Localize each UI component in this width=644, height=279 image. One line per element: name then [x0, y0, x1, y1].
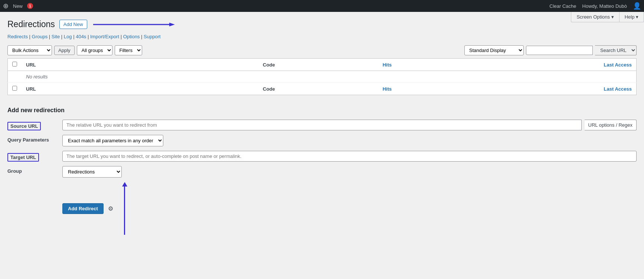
toolbar-row: Bulk Actions Apply All groups Filters St…	[7, 45, 637, 55]
group-select[interactable]: Redirections	[62, 166, 122, 178]
toolbar-left: Bulk Actions Apply All groups Filters	[7, 45, 142, 55]
no-results-cell: No results	[22, 71, 637, 83]
nav-groups[interactable]: Groups	[32, 34, 48, 39]
col-access-link[interactable]: Last Access	[604, 62, 632, 68]
display-select[interactable]: Standard Display	[464, 45, 524, 55]
col-code-footer[interactable]: Code	[144, 83, 279, 95]
add-redirect-title: Add new redirection	[7, 107, 637, 114]
svg-marker-1	[169, 23, 175, 26]
add-redirect-arrow	[122, 182, 127, 235]
source-url-input[interactable]	[62, 120, 582, 130]
nav-options[interactable]: Options	[123, 34, 140, 39]
add-redirect-section: Add new redirection Source URL URL optio…	[7, 107, 637, 235]
col-hits-header[interactable]: Hits	[279, 59, 396, 71]
group-label: Group	[7, 166, 59, 174]
toolbar-right: Standard Display Search URL	[464, 45, 637, 55]
col-access-link-footer[interactable]: Last Access	[604, 86, 632, 92]
add-new-button[interactable]: Add New	[59, 20, 87, 29]
wp-logo-icon: ⊕	[3, 2, 9, 10]
nav-import-export[interactable]: Import/Export	[90, 34, 119, 39]
col-url-header[interactable]: URL	[22, 59, 144, 71]
search-url-input[interactable]	[526, 46, 593, 55]
col-hits-link[interactable]: Hits	[383, 62, 392, 68]
target-url-row: Target URL	[7, 151, 637, 162]
apply-button[interactable]: Apply	[54, 46, 75, 55]
col-access-footer[interactable]: Last Access	[396, 83, 636, 95]
query-params-label: Query Parameters	[7, 135, 59, 143]
col-check-header	[8, 59, 22, 71]
add-redirect-button[interactable]: Add Redirect	[62, 203, 104, 214]
no-results-row: No results	[8, 71, 637, 83]
screen-options-button[interactable]: Screen Options ▾	[571, 12, 619, 22]
notification-badge[interactable]: 1	[27, 3, 33, 9]
col-code-header[interactable]: Code	[144, 59, 279, 71]
redirections-table: URL Code Hits Last Access No results	[7, 58, 637, 95]
table-header-row: URL Code Hits Last Access	[8, 59, 637, 71]
page-title: Redirections	[7, 19, 55, 29]
nav-links: Redirects | Groups | Site | Log | 404s |…	[7, 34, 637, 39]
source-url-label: Source URL	[7, 122, 41, 130]
gear-icon[interactable]: ⚙	[108, 205, 113, 212]
screen-options-area: Screen Options ▾ Help ▾	[571, 12, 644, 22]
page-header: Redirections Add New	[7, 19, 637, 29]
query-params-select[interactable]: Exact match all parameters in any order	[62, 135, 163, 146]
target-url-label: Target URL	[7, 153, 39, 162]
nav-log[interactable]: Log	[64, 34, 72, 39]
target-url-label-container: Target URL	[7, 151, 59, 162]
source-url-row: Source URL URL options / Regex	[7, 120, 637, 130]
query-params-row: Query Parameters Exact match all paramet…	[7, 135, 637, 146]
admin-new-link[interactable]: New	[13, 3, 23, 9]
source-url-label-container: Source URL	[7, 120, 59, 130]
filters-select[interactable]: Filters	[115, 45, 142, 55]
nav-site[interactable]: Site	[52, 34, 60, 39]
main-content: Redirections Add New Redirects | Groups …	[0, 12, 644, 279]
col-hits-footer[interactable]: Hits	[279, 83, 396, 95]
col-access-header[interactable]: Last Access	[396, 59, 636, 71]
nav-404s[interactable]: 404s	[76, 34, 86, 39]
arrow-up-head	[122, 182, 127, 186]
target-url-input[interactable]	[62, 151, 637, 162]
right-arrow-svg	[93, 22, 175, 27]
select-all-checkbox[interactable]	[12, 62, 17, 66]
nav-redirects[interactable]: Redirects	[7, 34, 28, 39]
col-url-footer[interactable]: URL	[22, 83, 144, 95]
arrow-up-line	[124, 186, 125, 235]
bulk-actions-select[interactable]: Bulk Actions	[7, 45, 52, 55]
nav-support[interactable]: Support	[144, 34, 161, 39]
add-new-arrow-annotation	[93, 22, 175, 27]
admin-bar: ⊕ New 1 Clear Cache Howdy, Matteo Dubò 👤	[0, 0, 644, 12]
user-avatar[interactable]: 👤	[633, 2, 641, 10]
table-footer-row: URL Code Hits Last Access	[8, 83, 637, 95]
clear-cache-link[interactable]: Clear Cache	[549, 3, 576, 9]
search-url-select[interactable]: Search URL	[595, 45, 637, 55]
select-all-checkbox-footer[interactable]	[12, 86, 17, 91]
url-options-button[interactable]: URL options / Regex	[585, 120, 637, 130]
group-row: Group Redirections	[7, 166, 637, 178]
no-results-check	[8, 71, 22, 83]
help-button[interactable]: Help ▾	[619, 12, 644, 22]
col-hits-link-footer[interactable]: Hits	[383, 86, 392, 92]
col-check-footer	[8, 83, 22, 95]
howdy-link[interactable]: Howdy, Matteo Dubò	[582, 3, 627, 9]
redirect-form: Source URL URL options / Regex Query Par…	[7, 120, 637, 235]
form-actions: Add Redirect ⚙	[62, 182, 637, 235]
groups-select[interactable]: All groups	[77, 45, 112, 55]
